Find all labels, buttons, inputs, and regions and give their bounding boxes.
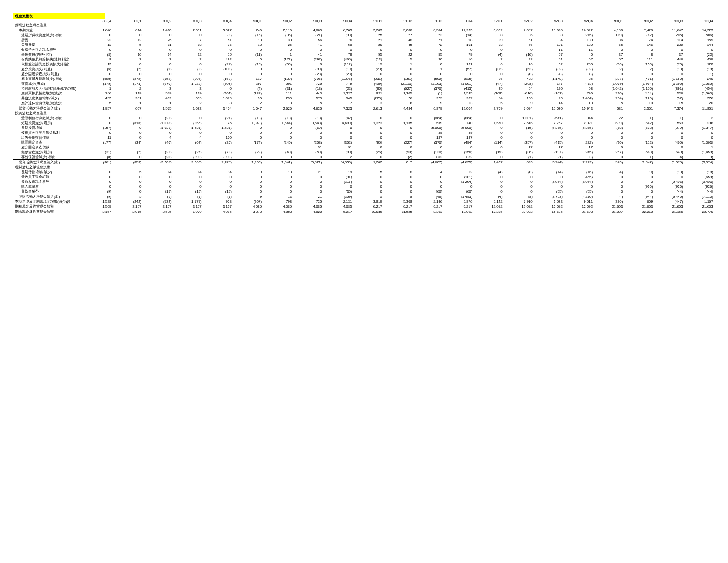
cell (293, 23, 323, 28)
cell: (103) (203, 67, 233, 72)
cell: 575 (293, 96, 323, 101)
row-label: 理財活動之淨現金流量 (13, 165, 83, 170)
cell: 3,802 (474, 28, 504, 33)
cell: (62) (173, 140, 203, 145)
cell: (292) (564, 140, 594, 145)
cell: 0 (263, 125, 293, 130)
cell: 240 (685, 76, 715, 81)
cell: 30 (414, 57, 444, 62)
cell: 0 (173, 184, 203, 189)
cell: (896) (173, 76, 203, 81)
cell: (936) (655, 184, 685, 189)
cell: 0 (233, 179, 263, 184)
cell (414, 111, 444, 116)
cell: 1 (143, 101, 173, 106)
cell: 17 (534, 145, 564, 150)
cell: (215) (564, 33, 594, 38)
cell: 287 (444, 96, 474, 101)
cell: (623) (624, 125, 654, 130)
cell: 78 (324, 52, 354, 57)
cell: (259) (324, 194, 354, 200)
row-label: 短期投資減少(增加) (13, 121, 83, 125)
cell: 0 (504, 189, 534, 194)
cell: 21,603 (655, 204, 685, 209)
cell: 6 (384, 101, 414, 106)
cell: 0 (293, 174, 323, 179)
cell: 13 (83, 42, 113, 47)
cell: 21 (293, 170, 323, 174)
cell: 0 (414, 184, 444, 189)
cell: 68 (564, 86, 594, 91)
cell: 796 (564, 91, 594, 96)
cell (564, 111, 594, 116)
cell: (26) (354, 150, 384, 155)
cell: (1,301) (504, 116, 534, 121)
cell: 21 (293, 194, 323, 200)
cell: 0 (233, 189, 263, 194)
table-row: 預付款項及其他流動資產減少(增加)12330(4)(31)(18)(22)(80… (13, 86, 715, 91)
cell: 12,092 (474, 204, 504, 209)
cell: 740 (444, 121, 474, 125)
cell: (3) (203, 33, 233, 38)
cell: 12 (113, 38, 143, 42)
cell: 0 (354, 174, 384, 179)
cell: 3 (143, 86, 173, 91)
cell: 12,004 (444, 106, 474, 111)
cell: (112) (324, 62, 354, 67)
cell: (205) (655, 33, 685, 38)
cell: (796) (293, 76, 323, 81)
cell: (18) (263, 116, 293, 121)
cell: 25 (354, 33, 384, 38)
cell: 2 (233, 101, 263, 106)
cell: 0 (263, 72, 293, 76)
cell: 25 (203, 121, 233, 125)
cell: (494) (444, 140, 474, 145)
period-header: 92Q2 (504, 19, 534, 23)
cell: (8) (534, 72, 564, 76)
cell: 1 (263, 52, 293, 57)
cell: 13 (444, 101, 474, 106)
cell: (1,531) (173, 125, 203, 130)
table-row: 呆帳費用(迴轉利益)(8)16143215(11)1417855225579(4… (13, 52, 715, 57)
cell: (4,635) (444, 160, 474, 165)
cell: 8 (624, 52, 654, 57)
cell (233, 23, 263, 28)
cell: (57) (444, 67, 474, 72)
cell: 5,142 (474, 199, 504, 204)
cell (624, 165, 654, 170)
cell: 344 (685, 42, 715, 47)
cell: 16 (444, 57, 474, 62)
period-header: 93Q2 (624, 19, 654, 23)
cell: (14) (534, 170, 564, 174)
row-label: 處分投資損失(利益) (13, 67, 83, 72)
cell: 8 (384, 170, 414, 174)
row-label: 應付票據及帳款增加(減少) (13, 91, 83, 96)
cell: 6,217 (444, 204, 474, 209)
cell: (188) (233, 91, 263, 96)
cell: 0 (474, 189, 504, 194)
cell: 0 (113, 155, 143, 160)
cell: (5,453) (655, 179, 685, 184)
period-header: 90Q4 (324, 19, 354, 23)
cell: 281 (113, 96, 143, 101)
cell: 11,647 (655, 28, 685, 33)
cell: 563 (655, 121, 685, 125)
row-label: 投資活動之淨現金流入(出) (13, 160, 83, 165)
cell: (53) (504, 67, 534, 72)
cell: 36 (594, 38, 624, 42)
cell: (454) (685, 86, 715, 91)
cell: 32 (534, 62, 564, 67)
cell: 0 (173, 47, 203, 52)
table-row: 投資活動之淨現金流入(出)(361)(853)(2,206)(2,860)(2,… (13, 160, 715, 165)
cell: 0 (594, 184, 624, 189)
cell: 98 (444, 38, 474, 42)
header-row: 88Q489Q189Q289Q389Q490Q190Q290Q390Q491Q1… (13, 19, 715, 23)
cell (83, 23, 113, 28)
cell: (5,000) (414, 125, 444, 130)
cell: 120 (534, 86, 564, 91)
cell: 0 (113, 116, 143, 121)
cell: 0 (624, 72, 654, 76)
cell: (1,585) (685, 81, 715, 86)
cell: 73 (534, 96, 564, 101)
cell: 297 (233, 81, 263, 86)
